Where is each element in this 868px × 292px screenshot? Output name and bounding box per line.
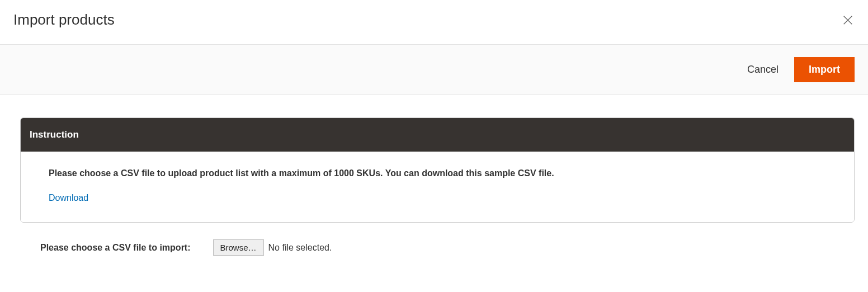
file-upload-label: Please choose a CSV file to import: [40,243,191,253]
instruction-body: Please choose a CSV file to upload produ… [21,152,854,222]
instruction-panel: Instruction Please choose a CSV file to … [20,117,855,223]
action-toolbar: Cancel Import [0,44,868,95]
browse-button[interactable]: Browse… [213,239,264,256]
instruction-text: Please choose a CSV file to upload produ… [49,168,826,178]
file-status-text: No file selected. [268,243,332,253]
download-link[interactable]: Download [49,193,88,202]
import-button[interactable]: Import [794,57,855,82]
modal-header: Import products [0,0,868,44]
cancel-button[interactable]: Cancel [747,64,779,76]
file-upload-row: Please choose a CSV file to import: Brow… [20,223,855,256]
close-icon[interactable] [841,13,855,27]
instruction-header: Instruction [21,118,854,152]
content-area: Instruction Please choose a CSV file to … [0,95,868,272]
page-title: Import products [13,11,115,29]
file-input: Browse… No file selected. [213,239,332,256]
